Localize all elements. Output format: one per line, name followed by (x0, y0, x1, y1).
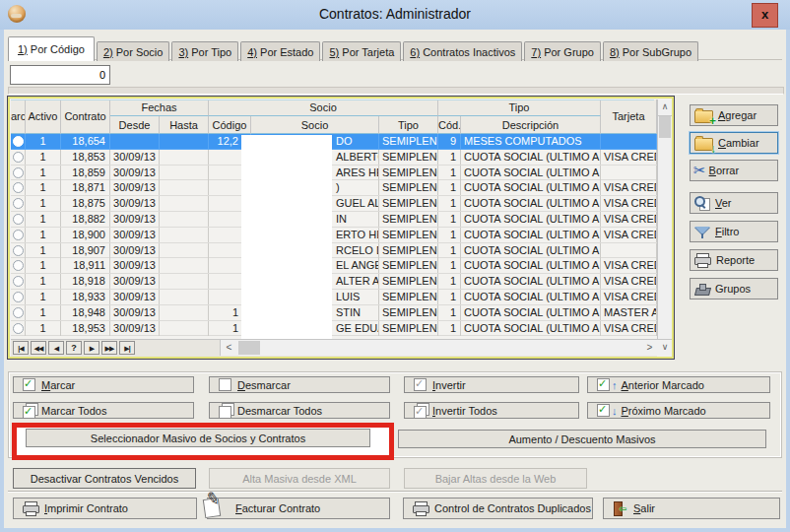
row-marker-cell[interactable] (11, 290, 26, 304)
row-radio-icon[interactable] (13, 136, 24, 147)
salir-button[interactable]: ⇦ Salir (603, 498, 780, 519)
table-row[interactable]: 1 18,871 30/09/13 ) SEMIPLENO 1 CUOTA SO… (11, 180, 657, 196)
cell-tipo: SEMIPLENO (379, 150, 438, 165)
nav-search-button[interactable]: ? (66, 341, 82, 355)
row-radio-icon[interactable] (13, 276, 24, 287)
table-row[interactable]: 1 18,853 30/09/13 ALBERTO SEMIPLENO 1 CU… (11, 150, 657, 166)
tab-por-grupo[interactable]: 7) Por Grupo (524, 41, 601, 61)
vertical-scrollbar[interactable]: ∧ ∨ (657, 100, 672, 356)
row-marker-cell[interactable] (11, 180, 26, 195)
cell-tipo: SEMIPLENO (379, 180, 438, 195)
row-radio-icon[interactable] (13, 260, 24, 271)
bajar-altas-web-button[interactable]: Bajar Altas desde la Web (404, 468, 587, 489)
filtro-label: Filtro (715, 226, 739, 237)
cambiar-button[interactable]: ↓ Cambiar (690, 132, 778, 154)
marcar-button[interactable]: Marcar (13, 376, 194, 393)
col-header-codigo: Código (209, 116, 251, 134)
table-row[interactable]: 1 18,875 30/09/13 GUEL ALE SEMIPLENO 1 C… (11, 196, 657, 212)
checkbox-checked-icon (23, 378, 35, 391)
table-row[interactable]: 1 18,911 30/09/13 EL ANGE SEMIPLENO 1 CU… (11, 258, 657, 274)
row-marker-cell[interactable] (11, 274, 26, 289)
table-row[interactable]: 1 18,859 30/09/13 ARES HE SEMIPLENO 1 CU… (11, 166, 657, 181)
nav-next-button[interactable]: ▶ (84, 341, 99, 355)
cell-tipo: SEMIPLENO (379, 305, 438, 320)
seleccionador-masivo-button[interactable]: Seleccionador Masivo de Socios y Contrat… (26, 429, 370, 447)
row-radio-icon[interactable] (13, 323, 24, 334)
horizontal-scrollbar[interactable]: < > (220, 340, 658, 356)
control-duplicados-button[interactable]: Control de Contratos Duplicados (403, 498, 593, 519)
filtro-button[interactable]: Filtro (690, 221, 778, 242)
codigo-filter-input[interactable] (10, 65, 110, 85)
vertical-scroll-thumb[interactable] (659, 116, 671, 138)
table-row[interactable]: 1 18,900 30/09/13 ERTO HE SEMIPLENO 1 CU… (11, 228, 657, 243)
row-radio-icon[interactable] (13, 307, 24, 318)
scroll-right-icon[interactable]: > (641, 340, 658, 356)
tab-por-tarjeta[interactable]: 5) Por Tarjeta (322, 41, 401, 61)
agregar-button[interactable]: + Agregar (690, 104, 778, 126)
anterior-marcado-button[interactable]: ↑Anterior Marcado (587, 376, 770, 393)
cell-hasta (160, 228, 209, 242)
desmarcar-todos-button[interactable]: Desmarcar Todos (209, 402, 390, 419)
grupos-button[interactable]: Grupos (690, 278, 778, 299)
tab-por-codigo[interactable]: 1) Por Código (8, 36, 95, 61)
tab-contratos-inactivos[interactable]: 6) Contratos Inactivos (403, 41, 522, 61)
col-header-activo: Activo (26, 100, 61, 134)
nav-fast-back-button[interactable]: ◀◀ (31, 341, 46, 355)
table-row[interactable]: 1 18,918 30/09/13 ALTER AN SEMIPLENO 1 C… (11, 274, 657, 290)
tab-por-estado[interactable]: 4) Por Estado (240, 41, 320, 61)
cell-activo: 1 (26, 166, 61, 180)
invertir-button[interactable]: Invertir (404, 376, 579, 393)
close-button[interactable]: x (752, 3, 778, 28)
row-marker-cell[interactable] (11, 305, 26, 320)
row-radio-icon[interactable] (13, 292, 24, 302)
table-row[interactable]: 1 18,948 30/09/13 1 STIN SEMIPLENO 1 CUO… (11, 305, 657, 321)
desactivar-vencidos-button[interactable]: Desactivar Contratos Vencidos (13, 468, 196, 489)
desmarcar-button[interactable]: Desmarcar (209, 376, 390, 393)
row-radio-icon[interactable] (13, 198, 24, 209)
row-marker-cell[interactable] (11, 243, 26, 258)
nav-first-button[interactable]: |◀ (13, 341, 29, 355)
row-radio-icon[interactable] (13, 167, 24, 178)
row-marker-cell[interactable] (11, 166, 26, 180)
row-radio-icon[interactable] (13, 245, 24, 256)
table-row[interactable]: 1 18,953 30/09/13 1 GE EDUA SEMIPLENO 1 … (11, 321, 657, 337)
titlebar[interactable]: Contratos: Administrador x (0, 0, 790, 30)
horizontal-scroll-thumb[interactable] (238, 341, 260, 355)
nav-prev-button[interactable]: ◀ (48, 341, 64, 355)
invertir-todos-button[interactable]: Invertir Todos (404, 402, 579, 419)
imprimir-contrato-button[interactable]: Imprimir Contrato (13, 498, 197, 519)
contracts-grid[interactable]: arca Activo Contrato Fechas Socio Tipo D… (8, 97, 674, 359)
scroll-down-icon[interactable]: ∨ (658, 339, 672, 356)
scroll-up-icon[interactable]: ∧ (658, 100, 672, 116)
facturar-contrato-button[interactable]: Facturar Contrato (207, 498, 390, 519)
row-radio-icon[interactable] (13, 230, 24, 240)
ver-button[interactable]: Ver (690, 192, 778, 214)
row-radio-icon[interactable] (13, 182, 24, 193)
row-radio-icon[interactable] (13, 152, 24, 163)
table-row[interactable]: 1 18,907 30/09/13 RCELO DA SEMIPLENO 1 C… (11, 243, 657, 259)
aumento-descuento-button[interactable]: Aumento / Descuento Masivos (398, 430, 766, 448)
row-marker-cell[interactable] (11, 212, 26, 227)
marcar-todos-button[interactable]: Marcar Todos (13, 402, 194, 419)
nav-last-button[interactable]: ▶| (119, 341, 135, 355)
tab-por-socio[interactable]: 2) Por Socio (97, 41, 170, 61)
reporte-button[interactable]: Reporte (690, 249, 778, 271)
row-marker-cell[interactable] (11, 228, 26, 242)
table-row[interactable]: 1 18,654 12,2 DO SEMIPLENO 9 MESES COMPU… (11, 134, 657, 150)
nav-fast-forward-button[interactable]: ▶▶ (101, 341, 117, 355)
row-marker-cell[interactable] (11, 321, 26, 336)
table-row[interactable]: 1 18,933 30/09/13 LUIS SEMIPLENO 1 CUOTA… (11, 290, 657, 305)
row-marker-cell[interactable] (11, 134, 26, 149)
row-marker-cell[interactable] (11, 150, 26, 165)
alta-masiva-xml-button[interactable]: Alta Masiva desde XML (209, 468, 390, 489)
table-row[interactable]: 1 18,882 30/09/13 IN SEMIPLENO 1 CUOTA S… (11, 212, 657, 228)
tab-por-tipo[interactable]: 3) Por Tipo (171, 41, 238, 61)
scroll-left-icon[interactable]: < (221, 340, 237, 356)
row-marker-cell[interactable] (11, 196, 26, 211)
ver-label: Ver (715, 197, 732, 209)
tab-por-subgrupo[interactable]: 8) Por SubGrupo (603, 41, 698, 61)
proximo-marcado-button[interactable]: ↓Próximo Marcado (587, 402, 770, 419)
borrar-button[interactable]: ✂ Borrar (690, 160, 778, 181)
row-marker-cell[interactable] (11, 258, 26, 273)
row-radio-icon[interactable] (13, 214, 24, 225)
